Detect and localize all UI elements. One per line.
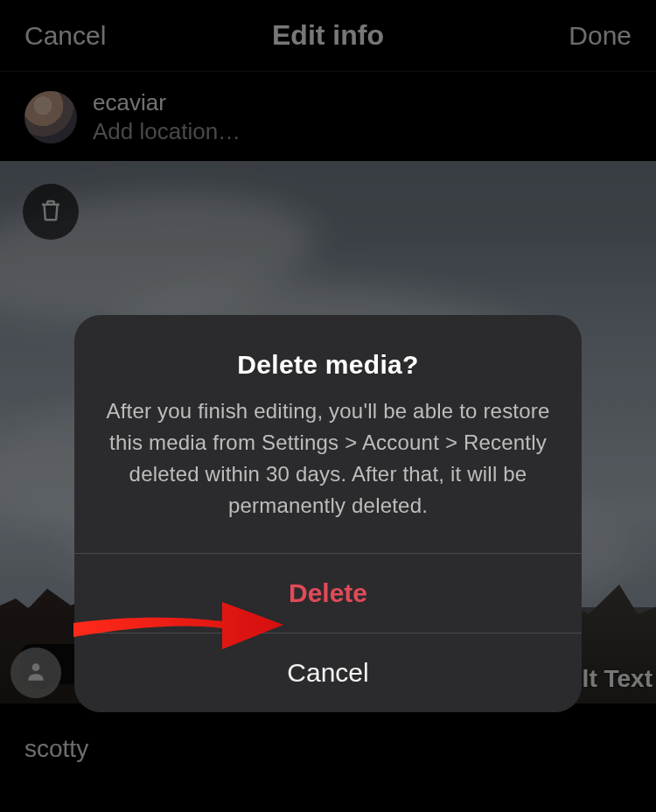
alert-cancel-button[interactable]: Cancel <box>74 634 582 712</box>
screen-root: Cancel Edit info Done ecaviar Add locati… <box>0 0 656 812</box>
alert-message: After you finish editing, you'll be able… <box>104 396 552 522</box>
delete-media-alert: Delete media? After you finish editing, … <box>74 315 582 712</box>
alert-title: Delete media? <box>104 350 552 380</box>
alert-delete-button[interactable]: Delete <box>74 554 582 633</box>
modal-backdrop: Delete media? After you finish editing, … <box>0 0 656 812</box>
